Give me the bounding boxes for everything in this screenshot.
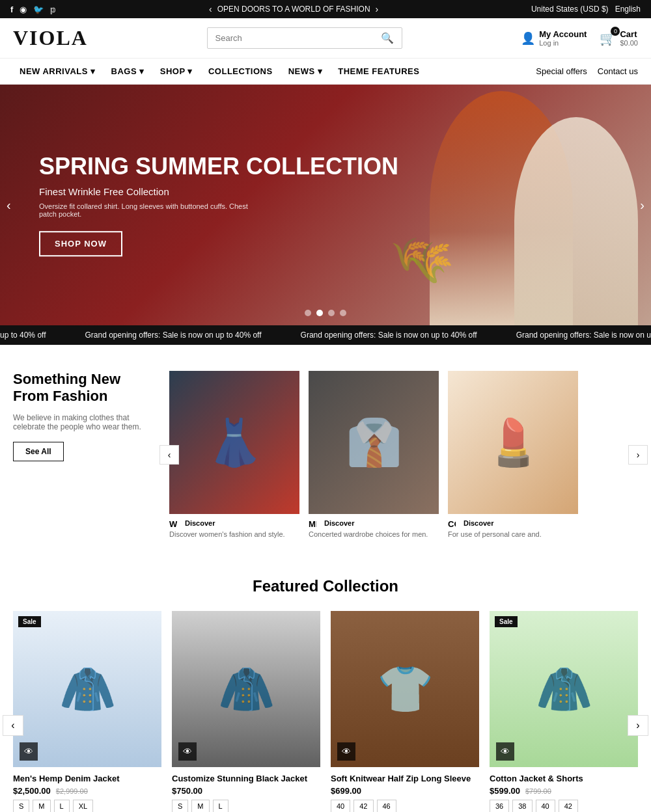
- hero-subtitle: Finest Wrinkle Free Collection: [39, 186, 398, 197]
- twitter-icon[interactable]: 🐦: [33, 5, 44, 14]
- hero-shop-now-button[interactable]: SHOP NOW: [39, 231, 122, 256]
- size-xl-1[interactable]: XL: [73, 800, 93, 812]
- nav-collections[interactable]: COLLECTIONS: [202, 59, 279, 85]
- search-input[interactable]: [215, 33, 376, 43]
- categories-grid: ‹ 👗 Discover WOMEN Discover women's fash…: [169, 371, 638, 538]
- account-button[interactable]: 👤 My Account Log in: [521, 29, 587, 47]
- categories-left: Something New From Fashion We believe in…: [13, 371, 156, 461]
- hero-dot-1[interactable]: [305, 310, 311, 316]
- products-prev-button[interactable]: ‹: [3, 715, 23, 736]
- size-s-2[interactable]: S: [172, 800, 188, 812]
- header-right: 👤 My Account Log in 🛒 0 Cart $0.00: [521, 29, 638, 47]
- size-38-4[interactable]: 38: [512, 800, 532, 812]
- main-nav: NEW ARRIVALS ▾ BAGS ▾ SHOP ▾ COLLECTIONS…: [0, 59, 651, 85]
- men-category-image: 👔: [309, 371, 439, 514]
- size-m-2[interactable]: M: [191, 800, 209, 812]
- quick-view-button-3[interactable]: 👁: [337, 742, 355, 761]
- product-price-1: $2,500.00: [13, 786, 51, 796]
- categories-section: Something New From Fashion We believe in…: [0, 345, 651, 564]
- hero-dot-3[interactable]: [328, 310, 335, 316]
- product-name-2: Customize Stunning Black Jacket: [172, 774, 320, 783]
- size-l-1[interactable]: L: [54, 800, 70, 812]
- top-bar: f ◉ 🐦 𝕡 ‹ OPEN DOORS TO A WORLD OF FASHI…: [0, 0, 651, 18]
- sale-badge-4: Sale: [495, 616, 518, 627]
- size-m-1[interactable]: M: [33, 800, 50, 812]
- product-original-price-4: $799.00: [525, 787, 551, 795]
- marquee-text-2: Grand opening offers: Sale is now on up …: [85, 331, 262, 340]
- hero-prev-button[interactable]: ‹: [7, 198, 11, 213]
- size-l-2[interactable]: L: [213, 800, 229, 812]
- hero-title: SPRING SUMMER COLLECTION: [39, 154, 398, 180]
- size-40-3[interactable]: 40: [331, 800, 350, 812]
- products-row: ‹ 🧥 Sale 👁 Men's Hemp Denim Jacket $2,50…: [13, 611, 638, 812]
- featured-section: Featured Collection ‹ 🧥 Sale 👁 Men's Hem…: [0, 564, 651, 812]
- search-bar[interactable]: 🔍: [207, 27, 402, 49]
- region-selector[interactable]: United States (USD $): [531, 5, 609, 14]
- cart-amount: $0.00: [620, 39, 638, 47]
- product-price-3: $699.00: [331, 786, 361, 796]
- header: VIOLA 🔍 👤 My Account Log in 🛒 0 Cart $0.…: [0, 18, 651, 59]
- instagram-icon[interactable]: ◉: [20, 5, 27, 14]
- product-sizes-1: S M L XL: [13, 800, 161, 812]
- size-40-4[interactable]: 40: [536, 800, 555, 812]
- categories-prev-button[interactable]: ‹: [159, 445, 179, 465]
- see-all-button[interactable]: See All: [13, 442, 64, 461]
- quick-view-button-4[interactable]: 👁: [496, 742, 514, 761]
- language-selector[interactable]: English: [615, 5, 641, 14]
- marquee-inner: up to 40% off Grand opening offers: Sale…: [0, 331, 651, 340]
- product-card-4: 🧥 Sale 👁 Cotton Jacket & Shorts $599.00 …: [490, 611, 638, 812]
- product-image-4: 🧥 Sale 👁: [490, 611, 638, 767]
- size-s-1[interactable]: S: [13, 800, 29, 812]
- men-discover-button[interactable]: Discover: [316, 516, 362, 530]
- cosmetics-category-image: 💄: [448, 371, 578, 514]
- social-links: f ◉ 🐦 𝕡: [10, 5, 56, 14]
- categories-description: We believe in making clothes that celebr…: [13, 413, 150, 431]
- men-category-desc: Concerted wardrobe choices for men.: [309, 530, 439, 538]
- facebook-icon[interactable]: f: [10, 5, 13, 14]
- cart-badge: 0: [611, 27, 620, 36]
- hero-dot-4[interactable]: [340, 310, 346, 316]
- size-42-3[interactable]: 42: [353, 800, 373, 812]
- contact-us-link[interactable]: Contact us: [598, 66, 638, 76]
- promo-next-button[interactable]: ›: [376, 4, 379, 14]
- quick-view-button-1[interactable]: 👁: [20, 742, 38, 761]
- nav-shop[interactable]: SHOP ▾: [154, 59, 199, 85]
- login-label[interactable]: Log in: [539, 39, 587, 47]
- category-card-women: 👗 Discover WOMEN Discover women's fashio…: [169, 371, 299, 538]
- sale-badge-1: Sale: [18, 616, 41, 627]
- hero-next-button[interactable]: ›: [640, 198, 644, 213]
- size-46-3[interactable]: 46: [377, 800, 396, 812]
- product-image-1: 🧥 Sale 👁: [13, 611, 161, 767]
- nav-bags[interactable]: BAGS ▾: [105, 59, 151, 85]
- product-sizes-3: 40 42 46: [331, 800, 479, 812]
- product-card-1: 🧥 Sale 👁 Men's Hemp Denim Jacket $2,500.…: [13, 611, 161, 812]
- nav-theme-features[interactable]: THEME FEATURES: [331, 59, 426, 85]
- women-discover-button[interactable]: Discover: [177, 516, 223, 530]
- product-price-wrap-2: $750.00: [172, 786, 320, 796]
- promo-prev-button[interactable]: ‹: [209, 4, 212, 14]
- product-card-2: 🧥 👁 Customize Stunning Black Jacket $750…: [172, 611, 320, 812]
- categories-heading: Something New From Fashion: [13, 371, 150, 405]
- logo[interactable]: VIOLA: [13, 26, 88, 50]
- size-42-4[interactable]: 42: [559, 800, 578, 812]
- cart-button[interactable]: 🛒 0 Cart $0.00: [600, 29, 638, 47]
- nav-left: NEW ARRIVALS ▾ BAGS ▾ SHOP ▾ COLLECTIONS…: [13, 59, 426, 85]
- size-36-4[interactable]: 36: [490, 800, 509, 812]
- pinterest-icon[interactable]: 𝕡: [50, 5, 56, 14]
- marquee-bar: up to 40% off Grand opening offers: Sale…: [0, 325, 651, 345]
- product-name-1: Men's Hemp Denim Jacket: [13, 774, 161, 783]
- women-category-image: 👗: [169, 371, 299, 514]
- hero-dot-2[interactable]: [316, 310, 323, 316]
- cosmetics-discover-button[interactable]: Discover: [456, 516, 501, 530]
- marquee-text-3: Grand opening offers: Sale is now on up …: [301, 331, 477, 340]
- nav-news[interactable]: NEWS ▾: [282, 59, 329, 85]
- product-image-2: 🧥 👁: [172, 611, 320, 767]
- special-offers-link[interactable]: Special offers: [536, 66, 587, 76]
- product-price-wrap-4: $599.00 $799.00: [490, 786, 638, 796]
- categories-next-button[interactable]: ›: [628, 445, 648, 465]
- search-icon: 🔍: [381, 32, 394, 44]
- quick-view-button-2[interactable]: 👁: [178, 742, 197, 761]
- product-price-2: $750.00: [172, 786, 202, 796]
- products-next-button[interactable]: ›: [628, 715, 648, 736]
- nav-new-arrivals[interactable]: NEW ARRIVALS ▾: [13, 59, 102, 85]
